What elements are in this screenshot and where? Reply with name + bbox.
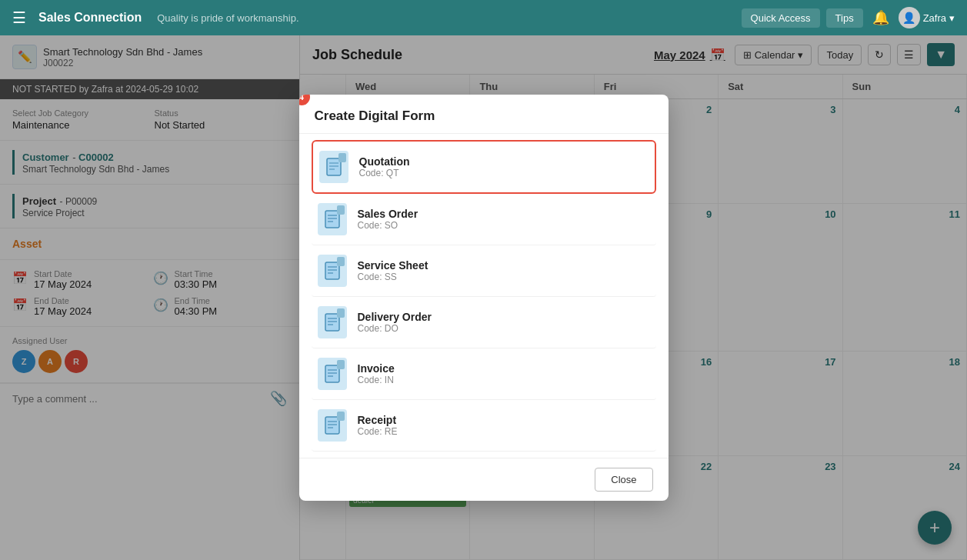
invoice-info: Invoice Code: IN: [358, 362, 395, 385]
svg-rect-8: [325, 262, 339, 279]
tagline-label: Quality is pride of workmanship.: [157, 12, 732, 24]
invoice-name: Invoice: [358, 362, 395, 375]
user-menu[interactable]: 👤 Zafra ▾: [899, 7, 955, 28]
sales-order-info: Sales Order Code: SO: [358, 208, 418, 231]
username-label: Zafra: [923, 12, 946, 24]
quotation-info: Quotation Code: QT: [359, 155, 410, 178]
svg-rect-20: [325, 417, 339, 434]
receipt-name: Receipt: [358, 414, 398, 426]
service-sheet-code: Code: SS: [358, 272, 428, 282]
form-item-sales-order[interactable]: Sales Order Code: SO: [312, 194, 656, 245]
service-sheet-name: Service Sheet: [358, 259, 428, 272]
create-digital-form-modal: 4 Create Digital Form Quotation: [299, 95, 669, 501]
delivery-order-icon: [318, 306, 347, 338]
svg-rect-12: [325, 314, 339, 331]
svg-rect-16: [325, 365, 339, 382]
delivery-order-info: Delivery Order Code: DO: [358, 311, 432, 334]
svg-rect-4: [325, 211, 339, 228]
receipt-info: Receipt Code: RE: [358, 414, 398, 437]
brand-label: Sales Connection: [38, 11, 142, 25]
modal-body: Quotation Code: QT: [299, 134, 669, 458]
sales-order-icon: [318, 203, 347, 235]
invoice-code: Code: IN: [358, 375, 395, 385]
modal-overlay: 4 Create Digital Form Quotation: [0, 35, 967, 560]
form-item-receipt[interactable]: Receipt Code: RE: [312, 400, 656, 452]
receipt-code: Code: RE: [358, 426, 398, 437]
topnav-right: Quick Access Tips 🔔 👤 Zafra ▾: [742, 6, 955, 29]
menu-icon[interactable]: ☰: [12, 8, 26, 27]
quotation-icon: [319, 151, 348, 183]
notification-icon[interactable]: 🔔: [869, 6, 892, 29]
quotation-name: Quotation: [359, 155, 410, 168]
receipt-icon: [318, 409, 347, 442]
delivery-order-code: Code: DO: [358, 323, 432, 334]
service-sheet-icon: [318, 255, 347, 287]
delivery-order-name: Delivery Order: [358, 311, 432, 323]
topnav: ☰ Sales Connection Quality is pride of w…: [0, 0, 967, 35]
form-item-invoice[interactable]: Invoice Code: IN: [312, 348, 656, 400]
form-item-delivery-order[interactable]: Delivery Order Code: DO: [312, 297, 656, 348]
form-item-service-sheet[interactable]: Service Sheet Code: SS: [312, 245, 656, 297]
tips-button[interactable]: Tips: [826, 8, 863, 28]
form-item-quotation[interactable]: Quotation Code: QT: [312, 140, 656, 194]
close-button[interactable]: Close: [595, 468, 652, 492]
main-area: ✏️ Smart Technology Sdn Bhd - James J000…: [0, 35, 967, 560]
sales-order-code: Code: SO: [358, 220, 418, 231]
modal-footer: Close: [299, 458, 669, 501]
quick-access-button[interactable]: Quick Access: [742, 8, 820, 28]
svg-rect-0: [327, 158, 341, 175]
service-sheet-info: Service Sheet Code: SS: [358, 259, 428, 282]
invoice-icon: [318, 358, 347, 390]
avatar: 👤: [899, 7, 920, 28]
quotation-code: Code: QT: [359, 168, 410, 178]
sales-order-name: Sales Order: [358, 208, 418, 220]
user-chevron-icon: ▾: [949, 12, 955, 24]
modal-title: Create Digital Form: [299, 95, 669, 134]
